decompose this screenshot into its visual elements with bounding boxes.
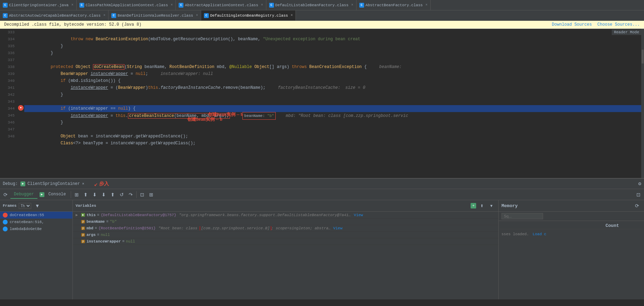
- stepinto-text: 步入: [99, 181, 109, 187]
- add-watch-button[interactable]: +: [471, 203, 476, 209]
- code-content[interactable]: Reader Mode throw new BeanCreationExcept…: [24, 29, 644, 178]
- close-tab-6[interactable]: ×: [103, 14, 105, 17]
- code-line-343: if (instanceWrapper == null) {: [24, 98, 644, 105]
- code-line-333: throw new BeanCreationException(mbdToUse…: [24, 29, 644, 36]
- frames-sort-btn[interactable]: ▼: [33, 202, 42, 210]
- toolbar-sep-2: [136, 191, 137, 198]
- var-beanname[interactable]: p beanName = "b": [73, 219, 498, 225]
- view-link-mbd[interactable]: View: [333, 226, 342, 230]
- var-name-iw: instanceWrapper: [86, 239, 121, 244]
- tab-console[interactable]: Console: [45, 190, 69, 199]
- decompiled-info: Decompiled .class file, bytecode version…: [4, 22, 141, 27]
- var-args[interactable]: p args = null: [73, 232, 498, 238]
- close-tab-3[interactable]: ×: [261, 3, 263, 7]
- info-bar: Decompiled .class file, bytecode version…: [0, 21, 644, 29]
- tab-abstractbeanfactory[interactable]: C AbstractBeanFactory.class ×: [357, 0, 431, 10]
- debug-content: Frames Th ▼ doCreateBean:55 createBean:5…: [0, 200, 644, 299]
- frame-icon-1: [3, 213, 8, 218]
- line-numbers: 333 334 335 336 337 338 339 340 341 342 …: [0, 29, 17, 178]
- console-icon: ▶: [40, 192, 44, 197]
- debug-settings-icon[interactable]: ⚙: [638, 181, 641, 187]
- variables-list: ▶ ▶ this = {DefaultListableBeanFactory@1…: [73, 212, 498, 299]
- more-btn[interactable]: ⊞: [147, 190, 155, 199]
- var-val-mbd: {RootBeanDefinition@2501}: [98, 226, 156, 230]
- close-tab-5[interactable]: ×: [426, 3, 428, 7]
- frames-panel: Frames Th ▼ doCreateBean:55 createBean:5…: [0, 200, 73, 299]
- view-link-this[interactable]: View: [354, 213, 363, 217]
- step-into-btn[interactable]: ⬇: [91, 190, 99, 199]
- restart-button[interactable]: ⟳: [1, 190, 10, 199]
- tab-defaultlistable[interactable]: C DefaultListableBeanFactory.class ×: [266, 0, 357, 10]
- memory-search-bar: [499, 212, 644, 221]
- tab-defaultsingleton[interactable]: C DefaultSingletonBeanRegistry.class ×: [201, 10, 296, 20]
- debug-title: Debug:: [3, 181, 18, 186]
- tab-abstractautowire[interactable]: C AbstractAutowireCapableBeanFactory.cla…: [0, 10, 109, 20]
- tab-debugger[interactable]: Debugger: [10, 190, 37, 199]
- stepinto-arrow-icon: ↙: [94, 180, 98, 188]
- tab-classpathxml[interactable]: C ClassPathXmlApplicationContext.class ×: [77, 0, 176, 10]
- download-sources-link[interactable]: Download Sources: [552, 22, 592, 27]
- expand-icon-iw: [76, 239, 80, 244]
- variables-panel: Variables + ⬆ ▼ ▶ ▶ this = {DefaultLista…: [73, 200, 498, 299]
- close-tab-8[interactable]: ×: [291, 14, 293, 17]
- code-line-342: [24, 91, 644, 98]
- count-column-header: Count: [591, 223, 619, 228]
- close-tab-4[interactable]: ×: [351, 3, 353, 7]
- variables-filter-btn[interactable]: ▼: [487, 202, 496, 210]
- tab-beandefinitionval[interactable]: C BeanDefinitionValueResolver.class ×: [109, 10, 201, 20]
- gutter: ●: [17, 29, 24, 178]
- thread-select[interactable]: Th: [19, 203, 31, 209]
- var-this[interactable]: ▶ ▶ this = {DefaultListableBeanFactory@1…: [73, 212, 498, 219]
- step-out-btn[interactable]: ⬆: [109, 190, 117, 199]
- close-tab-1[interactable]: ×: [71, 3, 74, 7]
- load-classes-link[interactable]: Load c: [533, 232, 547, 236]
- memory-status: sses loaded. Load c: [500, 229, 643, 239]
- expand-icon-mbd: [76, 226, 80, 230]
- memory-search-input[interactable]: [501, 213, 543, 219]
- code-line-336: [24, 50, 644, 57]
- memory-refresh-btn[interactable]: ⟳: [633, 202, 641, 210]
- frame-lambda[interactable]: lambda$doGetBe: [0, 226, 72, 232]
- session-close[interactable]: ×: [82, 182, 84, 186]
- debug-session-info: ▶ ClientSpringContainer ×: [20, 181, 84, 186]
- run-to-cursor-btn[interactable]: ↺: [118, 190, 126, 199]
- memory-body: Count sses loaded. Load c: [499, 221, 644, 299]
- reader-mode-button[interactable]: Reader Mode: [612, 29, 641, 35]
- restore-layout-btn[interactable]: ⊡: [634, 190, 643, 199]
- memory-title: Memory: [501, 203, 518, 209]
- var-name-args: args: [86, 233, 95, 237]
- watches-btn[interactable]: ⊡: [138, 190, 146, 199]
- var-val-beanname: "b": [110, 220, 117, 224]
- tab-abstractapp[interactable]: C AbstractApplicationContext.class ×: [176, 0, 266, 10]
- frame-docreatebean[interactable]: doCreateBean:55: [0, 212, 72, 219]
- session-name: ClientSpringContainer: [27, 181, 80, 186]
- tab-icon-4: C: [269, 3, 274, 8]
- expand-icon-this[interactable]: ▶: [76, 213, 80, 217]
- scrollbar-thumb[interactable]: [642, 50, 644, 63]
- var-instancewrapper[interactable]: p instanceWrapper = null: [73, 238, 498, 245]
- args-badge: p: [81, 233, 85, 237]
- evaluate-btn[interactable]: ↷: [127, 190, 135, 199]
- var-val-iw: null: [126, 239, 135, 244]
- step-over-btn[interactable]: ⬆: [81, 190, 90, 199]
- variables-sort-btn[interactable]: ⬆: [478, 202, 486, 210]
- debug-title-bar: Debug: ▶ ClientSpringContainer × ↙ 步入 ⚙: [0, 179, 644, 189]
- close-tab-7[interactable]: ×: [196, 14, 198, 17]
- session-icon: ▶: [20, 181, 25, 186]
- frames-title: Frames: [3, 204, 17, 208]
- tab-icon-3: C: [179, 3, 183, 8]
- frame-createbean[interactable]: createBean:516,: [0, 219, 72, 226]
- choose-sources-link[interactable]: Choose Sources...: [598, 22, 640, 27]
- scrollbar-right[interactable]: [641, 29, 644, 178]
- tab-icon-8: C: [204, 13, 209, 18]
- console-tab-container: ▶ Console: [40, 190, 69, 199]
- force-step-into-btn[interactable]: ⬇: [100, 190, 108, 199]
- tab-client-spring[interactable]: C ClientSpringContainer.java ×: [0, 0, 77, 10]
- memory-panel: Memory ⟳ Count sses loaded. Load c: [498, 200, 644, 299]
- tab-bar-row1: C ClientSpringContainer.java × C ClassPa…: [0, 0, 644, 10]
- show-execution-point-btn[interactable]: ⊞: [72, 190, 81, 199]
- tab-icon-1: C: [3, 3, 8, 8]
- var-mbd[interactable]: p mbd = {RootBeanDefinition@2501} "Root …: [73, 225, 498, 232]
- close-tab-2[interactable]: ×: [171, 3, 173, 7]
- expand-icon-beanname: [76, 220, 80, 224]
